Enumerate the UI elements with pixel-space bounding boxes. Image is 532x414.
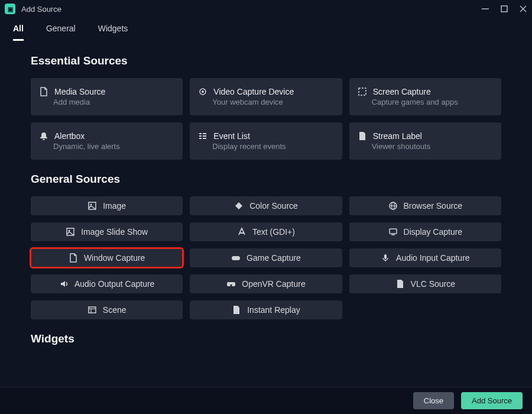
card-subtitle: Your webcam device <box>212 98 333 106</box>
close-button[interactable]: Close <box>413 392 454 409</box>
tab-widgets[interactable]: Widgets <box>98 24 128 41</box>
image-icon <box>87 201 97 211</box>
file-icon <box>39 87 48 96</box>
speaker-icon <box>59 279 69 289</box>
monitor-icon <box>388 227 398 237</box>
svg-rect-9 <box>199 135 202 137</box>
dashed-square-icon <box>358 87 367 96</box>
card-subtitle: Display recent events <box>212 142 333 151</box>
list-icon <box>198 131 207 141</box>
source-audio-output-capture[interactable]: Audio Output Capture <box>31 274 183 293</box>
card-title: Text (GDI+) <box>252 227 295 237</box>
svg-point-14 <box>90 204 92 206</box>
card-title: Screen Capture <box>373 87 431 96</box>
source-text-gdi[interactable]: Text (GDI+) <box>190 222 342 241</box>
tab-all[interactable]: All <box>13 24 24 41</box>
add-source-button[interactable]: Add Source <box>461 392 523 409</box>
source-stream-label[interactable]: Stream Label Viewer shoutouts <box>349 122 501 160</box>
file-icon <box>358 131 367 141</box>
section-heading-essential: Essential Sources <box>31 54 501 67</box>
source-scene[interactable]: Scene <box>31 300 183 319</box>
card-subtitle: Dynamic, live alerts <box>53 142 174 151</box>
essential-grid: Media Source Add media Video Capture Dev… <box>31 78 501 160</box>
app-icon: ▣ <box>5 4 15 14</box>
card-title: Event List <box>213 131 249 141</box>
card-title: Image Slide Show <box>81 227 148 237</box>
vr-icon <box>226 279 236 289</box>
section-heading-general: General Sources <box>31 173 501 186</box>
card-subtitle: Capture games and apps <box>372 98 493 106</box>
tab-general[interactable]: General <box>46 24 76 41</box>
mic-icon <box>381 253 390 263</box>
section-essential: Essential Sources Media Source Add media… <box>31 54 501 160</box>
source-image-slide-show[interactable]: Image Slide Show <box>31 222 183 241</box>
source-image[interactable]: Image <box>31 196 183 215</box>
source-game-capture[interactable]: Game Capture <box>190 248 342 267</box>
paint-icon <box>234 201 244 211</box>
footer: Close Add Source <box>0 387 532 414</box>
window-controls <box>481 5 527 13</box>
file-icon <box>69 253 78 263</box>
svg-rect-11 <box>199 138 202 139</box>
titlebar: ▣ Add Source <box>0 0 532 18</box>
svg-rect-1 <box>501 6 507 12</box>
section-heading-widgets: Widgets <box>31 332 501 345</box>
card-title: Window Capture <box>84 253 145 263</box>
section-general: General Sources Image Color Source Brows… <box>31 173 501 319</box>
card-title: Browser Source <box>404 201 463 211</box>
svg-point-19 <box>69 230 70 232</box>
card-subtitle: Add media <box>53 98 174 106</box>
card-title: Audio Output Capture <box>74 279 154 289</box>
card-title: Audio Input Capture <box>396 253 470 263</box>
source-window-capture[interactable]: Window Capture <box>31 248 183 267</box>
svg-rect-7 <box>199 133 202 134</box>
source-color-source[interactable]: Color Source <box>190 196 342 215</box>
card-title: Alertbox <box>54 131 85 141</box>
scene-icon <box>87 305 97 315</box>
card-title: Video Capture Device <box>213 87 294 96</box>
card-title: Display Capture <box>404 227 463 237</box>
tabs-bar: All General Widgets <box>0 18 532 41</box>
card-title: Media Source <box>54 87 105 96</box>
bell-icon <box>39 131 48 141</box>
card-subtitle: Viewer shoutouts <box>372 142 493 151</box>
svg-rect-22 <box>232 256 240 260</box>
file-icon <box>232 305 241 315</box>
content-scroll[interactable]: Essential Sources Media Source Add media… <box>0 41 532 387</box>
card-title: Stream Label <box>373 131 422 141</box>
svg-rect-10 <box>203 135 206 137</box>
source-screen-capture[interactable]: Screen Capture Capture games and apps <box>349 78 501 115</box>
source-alertbox[interactable]: Alertbox Dynamic, live alerts <box>31 122 183 160</box>
source-media-source[interactable]: Media Source Add media <box>31 78 183 115</box>
globe-icon <box>388 201 398 211</box>
card-title: Image <box>103 201 126 211</box>
source-instant-replay[interactable]: Instant Replay <box>190 300 342 319</box>
source-vlc-source[interactable]: VLC Source <box>349 274 501 293</box>
card-title: VLC Source <box>411 279 455 289</box>
card-title: Game Capture <box>246 253 301 263</box>
image-icon <box>66 227 75 237</box>
source-display-capture[interactable]: Display Capture <box>349 222 501 241</box>
close-icon[interactable] <box>519 5 527 13</box>
source-browser-source[interactable]: Browser Source <box>349 196 501 215</box>
minimize-icon[interactable] <box>481 5 489 13</box>
font-icon <box>237 227 246 237</box>
section-widgets: Widgets <box>31 332 501 345</box>
svg-rect-20 <box>390 229 397 234</box>
source-openvr-capture[interactable]: OpenVR Capture <box>190 274 342 293</box>
svg-rect-8 <box>203 133 206 134</box>
svg-point-5 <box>202 90 204 93</box>
card-title: Instant Replay <box>247 305 300 315</box>
source-video-capture-device[interactable]: Video Capture Device Your webcam device <box>190 78 342 115</box>
file-icon <box>395 279 405 289</box>
camera-icon <box>198 87 207 96</box>
svg-rect-26 <box>89 307 96 313</box>
source-audio-input-capture[interactable]: Audio Input Capture <box>349 248 501 267</box>
svg-rect-6 <box>359 88 366 95</box>
svg-rect-23 <box>384 254 387 259</box>
general-grid: Image Color Source Browser Source Image … <box>31 196 501 319</box>
maximize-icon[interactable] <box>500 5 508 13</box>
source-event-list[interactable]: Event List Display recent events <box>190 122 342 160</box>
svg-rect-12 <box>203 138 206 139</box>
window-title: Add Source <box>21 5 61 14</box>
